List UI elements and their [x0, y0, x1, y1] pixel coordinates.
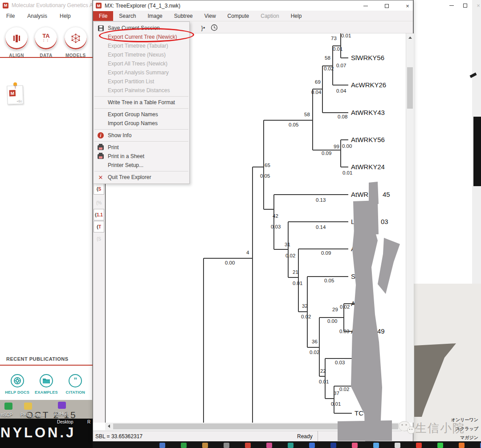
taxon-label[interactable]: A [351, 245, 355, 253]
branch-length-tool-icon[interactable]: {1.1 [94, 209, 104, 220]
maximize-icon[interactable] [457, 0, 473, 11]
menu-file[interactable]: File [93, 11, 113, 21]
menu-item-label: Quit Tree Explorer [108, 174, 151, 180]
quit-icon: ✕ [94, 174, 108, 181]
bootstrap-value: 36 [312, 339, 318, 344]
file-menu-item-export-current-tree-newick[interactable]: Export Current Tree (Newick) [94, 33, 189, 41]
taxon-label[interactable]: AtWR [351, 191, 368, 198]
file-menu-item-print-in-a-sheet[interactable]: Print in a Sheet [94, 152, 189, 161]
taxon-label[interactable]: 5 [386, 245, 389, 253]
topology-tool-icon[interactable]: {T [94, 221, 104, 232]
note-suffix: +Ec [16, 99, 22, 102]
menu-help[interactable]: Help [285, 11, 308, 21]
branch-length: 0.02 [285, 253, 295, 258]
swap-subtree-tool-icon[interactable]: {S [94, 183, 104, 195]
vertical-scroll-thumb[interactable] [407, 67, 413, 109]
taxon-label[interactable]: Ac [351, 300, 359, 307]
taskbar-app-icon[interactable] [309, 443, 315, 448]
mega-launch-buttons: ALIGNTA: :DATAMODELS [0, 27, 92, 58]
mega-menu-item-file[interactable]: File [0, 13, 21, 19]
close-icon[interactable]: × [400, 0, 415, 11]
taxon-label[interactable]: AcWRKY26 [351, 81, 386, 89]
minimize-icon[interactable] [358, 0, 373, 11]
bootstrap-value: 42 [273, 213, 278, 219]
vertical-scrollbar[interactable] [406, 33, 414, 423]
menu-search[interactable]: Search [113, 11, 142, 21]
menu-compute[interactable]: Compute [222, 11, 255, 21]
taxon-label[interactable]: 45 [383, 191, 390, 198]
taskbar[interactable] [93, 441, 481, 448]
taskbar-app-icon[interactable] [437, 443, 443, 448]
folder-icon[interactable] [24, 403, 32, 410]
taskbar-app-icon[interactable] [373, 443, 379, 448]
taxon-label[interactable]: AtWRKY24 [351, 163, 385, 171]
github-desktop-icon[interactable] [58, 402, 66, 409]
file-menu-item-show-info[interactable]: iShow Info [94, 131, 189, 140]
watermark-japanese-text: スクラップ [429, 426, 478, 432]
taskbar-app-icon[interactable] [202, 443, 208, 448]
file-dropdown-menu: Save Current SessionExport Current Tree … [93, 21, 190, 184]
taskbar-app-icon[interactable] [224, 443, 229, 448]
taxon-label[interactable]: SlW [351, 273, 363, 280]
branch-length: 0.05 [289, 122, 298, 127]
taxon-label[interactable]: L [351, 218, 355, 225]
mega-menu-item-analysis[interactable]: Analysis [21, 13, 53, 19]
taxon-label[interactable]: TC [355, 409, 363, 417]
menu-view[interactable]: View [199, 11, 222, 21]
taskbar-app-icon[interactable] [288, 443, 293, 448]
close-icon[interactable]: × [471, 0, 481, 11]
menu-image[interactable]: Image [142, 11, 168, 21]
mega-main-window: M Molecular Evolutionary Genetics A File… [0, 0, 93, 400]
file-menu-item-write-tree-in-a-table-format[interactable]: Write Tree in a Table Format [94, 98, 189, 107]
footer-button-help-docs[interactable]: HELP DOCS [3, 374, 32, 395]
file-menu-item-export-group-names[interactable]: Export Group Names [94, 110, 189, 119]
winscp-icon[interactable] [4, 403, 12, 410]
file-menu-item-print[interactable]: Print [94, 143, 189, 152]
mega-button-models[interactable]: MODELS [62, 27, 90, 58]
scroll-up-icon[interactable] [408, 37, 412, 39]
menu-caption[interactable]: Caption [255, 11, 285, 21]
taxon-label[interactable]: AtWRKY56 [351, 136, 385, 143]
bootstrap-value: 4 [246, 250, 249, 255]
taxon-label[interactable]: 49 [377, 327, 385, 335]
tree-explorer-app-icon: M [96, 3, 102, 8]
taskbar-app-icon[interactable] [416, 443, 422, 448]
mega-button-data[interactable]: TA: :DATA [32, 27, 60, 58]
taxon-label[interactable]: A [351, 327, 355, 335]
taskbar-app-icon[interactable] [159, 443, 165, 448]
taskbar-app-icon[interactable] [181, 443, 187, 448]
taskbar-app-icon[interactable] [459, 443, 465, 448]
menu-item-label: Print in a Sheet [108, 153, 144, 159]
taskbar-app-icon[interactable] [352, 443, 358, 448]
maximize-icon[interactable] [379, 0, 394, 11]
wechat-icon [397, 419, 417, 437]
taskbar-app-icon[interactable] [245, 443, 251, 448]
timer-clock-icon[interactable] [210, 23, 219, 32]
file-menu-item-quit-tree-explorer[interactable]: ✕Quit Tree Explorer [94, 173, 189, 182]
mega-button-align[interactable]: ALIGN [3, 27, 30, 58]
taskbar-app-icon[interactable] [266, 443, 272, 448]
bootstrap-value: 65 [265, 163, 270, 168]
branch-length: 0.02 [301, 314, 311, 319]
horizontal-scrollbar[interactable] [105, 423, 406, 430]
horizontal-scroll-thumb[interactable] [113, 424, 398, 429]
minimize-icon[interactable] [444, 0, 459, 11]
scroll-left-icon[interactable] [108, 424, 110, 428]
mega-session-note-icon[interactable]: M +Ec [7, 85, 23, 104]
taxon-label[interactable]: SlWRKY56 [351, 54, 384, 61]
file-menu-item-save-current-session[interactable]: Save Current Session [94, 24, 189, 33]
file-menu-item-printer-setup[interactable]: Printer Setup... [94, 161, 189, 170]
footer-button-examples[interactable]: EXAMPLES [32, 374, 61, 395]
taskbar-app-icon[interactable] [330, 443, 336, 448]
taskbar-app-icon[interactable] [395, 443, 400, 448]
ta-data-icon: TA: : [34, 27, 57, 50]
footer-button-citation[interactable]: ”CITATION [61, 374, 90, 395]
menu-subtree[interactable]: Subtree [168, 11, 199, 21]
divider [0, 57, 93, 58]
mega-menu-item-help[interactable]: Help [53, 13, 77, 19]
taxon-label[interactable]: AtWRKY43 [351, 109, 385, 116]
node-options-icon[interactable]: }• [199, 23, 208, 32]
file-menu-item-import-group-names[interactable]: Import Group Names [94, 119, 189, 128]
background-window[interactable]: × [413, 0, 481, 284]
taxon-label[interactable]: 03 [381, 218, 388, 225]
